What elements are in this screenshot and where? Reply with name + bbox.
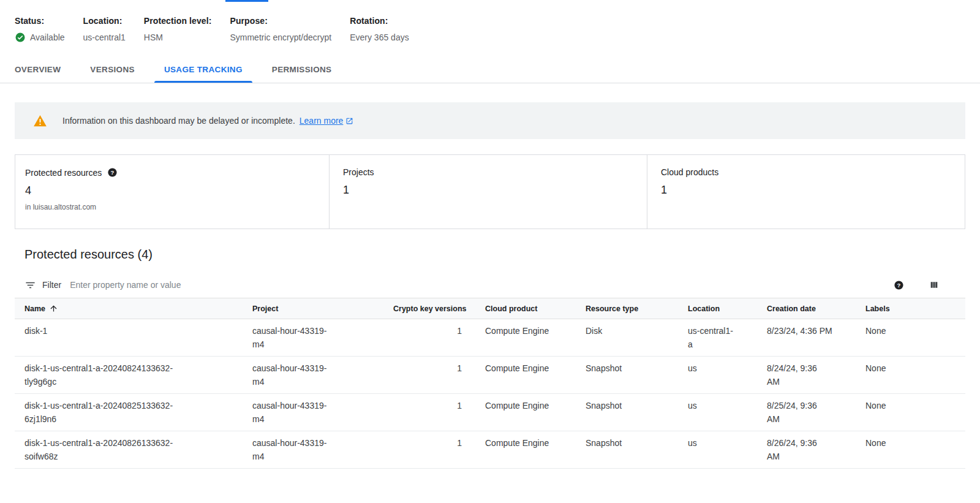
cell-project: causal-hour-43319-m4: [243, 319, 383, 357]
cell-cloud-product: Compute Engine: [475, 319, 576, 357]
column-header-project[interactable]: Project: [243, 298, 383, 319]
location-value: us-central1: [83, 32, 126, 42]
cell-cloud-product: Compute Engine: [475, 394, 576, 431]
key-info-protection-level: Protection level: HSM: [144, 16, 212, 43]
column-header-creation-date[interactable]: Creation date: [757, 298, 856, 319]
project-id: causal-hour-43319-m4: [252, 361, 332, 388]
card-protected-resources-value: 4: [25, 184, 319, 197]
rotation-label: Rotation:: [350, 16, 409, 26]
key-info-bar: Status: Available Location: us-central1 …: [0, 0, 980, 43]
cell-project: causal-hour-43319-m4: [243, 431, 383, 469]
column-display-icon[interactable]: [929, 280, 940, 290]
tab-usage-tracking[interactable]: USAGE TRACKING: [149, 56, 257, 83]
filter-icon: [24, 279, 36, 291]
card-projects: Projects 1: [329, 155, 647, 229]
cell-name: disk-1-us-central1-a-20240824133632-tly9…: [15, 357, 243, 394]
resource-name: disk-1-us-central1-a-20240824133632-tly9…: [24, 361, 185, 388]
card-projects-value: 1: [343, 184, 637, 197]
cell-resource-type: Snapshot: [576, 394, 678, 431]
project-id: causal-hour-43319-m4: [252, 324, 332, 351]
cell-resource-type: Snapshot: [576, 357, 678, 394]
protected-resources-heading: Protected resources (4): [15, 248, 965, 262]
card-protected-resources-subtitle: in luisau.altostrat.com: [25, 203, 319, 211]
top-tab-indicator: [225, 0, 268, 2]
help-icon[interactable]: ?: [107, 167, 118, 178]
learn-more-label: Learn more: [300, 116, 344, 126]
cell-cloud-product: Compute Engine: [475, 357, 576, 394]
protection-level-label: Protection level:: [144, 16, 212, 26]
protection-level-value: HSM: [144, 32, 163, 42]
open-in-new-icon: [345, 117, 353, 125]
learn-more-link[interactable]: Learn more: [300, 116, 354, 126]
column-header-cloud-product[interactable]: Cloud product: [475, 298, 576, 319]
tab-permissions[interactable]: PERMISSIONS: [257, 56, 347, 83]
key-info-status: Status: Available: [15, 16, 65, 43]
cell-labels: None: [856, 357, 965, 394]
location-value: us-central1-a: [688, 324, 736, 351]
column-header-labels[interactable]: Labels: [856, 298, 965, 319]
column-header-location[interactable]: Location: [678, 298, 757, 319]
column-header-resource-type[interactable]: Resource type: [576, 298, 678, 319]
key-info-purpose: Purpose: Symmetric encrypt/decrypt: [230, 16, 331, 43]
cell-crypto-key-versions: 1: [383, 394, 475, 431]
cell-resource-type: Disk: [576, 319, 678, 357]
table-row: disk-1 causal-hour-43319-m4 1 Compute En…: [15, 319, 965, 357]
card-projects-title: Projects: [343, 167, 374, 177]
location-value: us: [688, 361, 697, 375]
cell-name: disk-1: [15, 319, 243, 357]
cell-labels: None: [856, 319, 965, 357]
cell-cloud-product: Compute Engine: [475, 431, 576, 469]
cell-project: causal-hour-43319-m4: [243, 357, 383, 394]
table-row: disk-1-us-central1-a-20240824133632-tly9…: [15, 357, 965, 394]
key-info-rotation: Rotation: Every 365 days: [350, 16, 409, 43]
table-help-icon[interactable]: ?: [894, 280, 904, 290]
cell-crypto-key-versions: 1: [383, 431, 475, 469]
filter-button[interactable]: Filter: [24, 279, 61, 291]
location-value: us: [688, 436, 697, 450]
rotation-value: Every 365 days: [350, 32, 409, 42]
cell-resource-type: Snapshot: [576, 431, 678, 469]
cell-creation-date: 8/25/24, 9:36 AM: [757, 394, 856, 431]
cell-location: us: [678, 431, 757, 469]
table-row: disk-1-us-central1-a-20240825133632-6zj1…: [15, 394, 965, 431]
resource-name: disk-1-us-central1-a-20240826133632-soif…: [24, 436, 185, 463]
cell-name: disk-1-us-central1-a-20240826133632-soif…: [15, 431, 243, 469]
cell-creation-date: 8/24/24, 9:36 AM: [757, 357, 856, 394]
tab-overview[interactable]: OVERVIEW: [0, 56, 75, 83]
summary-cards: Protected resources ? 4 in luisau.altost…: [15, 154, 965, 229]
banner-text: Information on this dashboard may be del…: [62, 116, 295, 126]
column-header-crypto-key-versions[interactable]: Crypto key versions: [383, 298, 475, 319]
cell-labels: None: [856, 431, 965, 469]
cell-crypto-key-versions: 1: [383, 319, 475, 357]
card-cloud-products-value: 1: [661, 184, 955, 197]
cell-name: disk-1-us-central1-a-20240825133632-6zj1…: [15, 394, 243, 431]
filter-input[interactable]: [70, 280, 881, 290]
svg-text:?: ?: [111, 169, 115, 176]
purpose-value: Symmetric encrypt/decrypt: [230, 32, 331, 42]
table-row: disk-1-us-central1-a-20240826133632-soif…: [15, 431, 965, 469]
column-header-name-label: Name: [24, 304, 45, 313]
project-id: causal-hour-43319-m4: [252, 436, 332, 463]
cell-location: us: [678, 357, 757, 394]
status-value: Available: [30, 32, 65, 42]
cell-creation-date: 8/26/24, 9:36 AM: [757, 431, 856, 469]
location-label: Location:: [83, 16, 126, 26]
warning-icon: [34, 115, 47, 127]
protected-resources-table: Name Project Crypto key versions Cloud p…: [15, 298, 965, 469]
project-id: causal-hour-43319-m4: [252, 399, 332, 426]
sort-ascending-icon: [49, 304, 58, 313]
filter-label: Filter: [42, 280, 61, 290]
status-label: Status:: [15, 16, 65, 26]
location-value: us: [688, 399, 697, 412]
resource-name: disk-1: [24, 324, 47, 338]
purpose-label: Purpose:: [230, 16, 331, 26]
card-cloud-products: Cloud products 1: [647, 155, 965, 229]
cell-location: us-central1-a: [678, 319, 757, 357]
column-header-name[interactable]: Name: [15, 298, 243, 319]
cell-crypto-key-versions: 1: [383, 357, 475, 394]
status-available-icon: [15, 32, 26, 43]
filter-bar: Filter ?: [15, 272, 965, 298]
warning-banner: Information on this dashboard may be del…: [15, 102, 965, 139]
table-header-row: Name Project Crypto key versions Cloud p…: [15, 298, 965, 319]
tab-versions[interactable]: VERSIONS: [75, 56, 149, 83]
